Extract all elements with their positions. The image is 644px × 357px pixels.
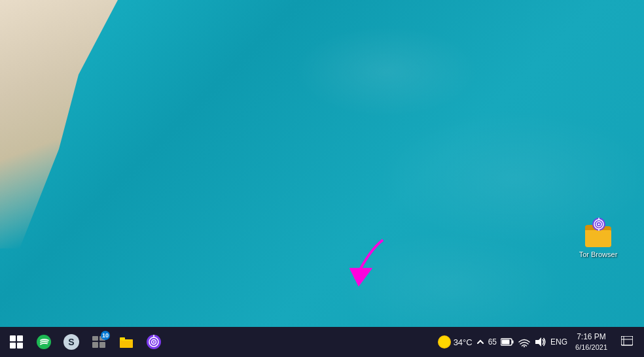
system-tray: 34°C 65 — [438, 327, 641, 357]
water-ripple — [0, 0, 644, 357]
tor-logo-svg — [592, 217, 606, 231]
svg-rect-27 — [621, 336, 633, 345]
tor-browser-icon-image — [582, 216, 614, 247]
taskbar: S 10 — [0, 327, 644, 357]
clock-date: 6/16/2021 — [575, 343, 607, 352]
svg-rect-13 — [99, 342, 105, 348]
desktop: Tor Browser — [0, 0, 644, 357]
svg-rect-24 — [502, 340, 510, 345]
notification-button[interactable] — [615, 327, 639, 357]
svg-rect-12 — [92, 342, 98, 348]
taskbar-taskview[interactable]: 10 — [85, 327, 113, 357]
pink-arrow-annotation — [331, 237, 409, 298]
volume-icon — [535, 337, 546, 347]
clock-time: 7:16 PM — [577, 332, 606, 343]
taskbar-fileexplorer[interactable] — [113, 327, 140, 357]
tray-volume[interactable] — [535, 337, 546, 347]
tray-chevron[interactable] — [476, 338, 484, 346]
tray-weather[interactable]: 34°C — [438, 335, 473, 348]
taskbar-spotify[interactable] — [30, 327, 58, 357]
svg-rect-16 — [120, 337, 125, 340]
vpn-icon — [146, 334, 162, 350]
notification-icon — [621, 336, 633, 348]
svg-marker-26 — [535, 337, 541, 347]
fileexplorer-icon — [118, 334, 134, 350]
taskview-badge: 10 — [101, 331, 110, 340]
tor-browser-label: Tor Browser — [579, 250, 618, 259]
svg-rect-10 — [92, 336, 98, 341]
chevron-up-icon — [476, 338, 484, 346]
taskbar-vpn[interactable] — [140, 327, 168, 357]
tray-wifi[interactable] — [518, 337, 531, 347]
steam-icon: S — [63, 333, 80, 350]
svg-point-25 — [524, 346, 525, 347]
spotify-icon — [36, 334, 52, 350]
svg-text:S: S — [68, 337, 74, 347]
weather-sun-icon — [438, 335, 451, 348]
tray-cpu-temp[interactable]: 65 — [488, 337, 497, 347]
battery-icon — [501, 337, 514, 347]
svg-rect-23 — [512, 341, 514, 344]
tray-clock[interactable]: 7:16 PM 6/16/2021 — [571, 332, 611, 352]
windows-logo — [10, 335, 23, 348]
svg-point-3 — [598, 224, 600, 226]
taskbar-steam[interactable]: S — [58, 327, 85, 357]
tray-battery[interactable] — [501, 337, 514, 347]
tray-language[interactable]: ENG — [550, 337, 567, 347]
weather-temperature: 34°C — [454, 337, 473, 347]
svg-point-20 — [153, 341, 154, 343]
desktop-icon-tor-browser[interactable]: Tor Browser — [572, 216, 624, 259]
start-button[interactable] — [3, 327, 30, 357]
wifi-icon — [518, 337, 531, 347]
